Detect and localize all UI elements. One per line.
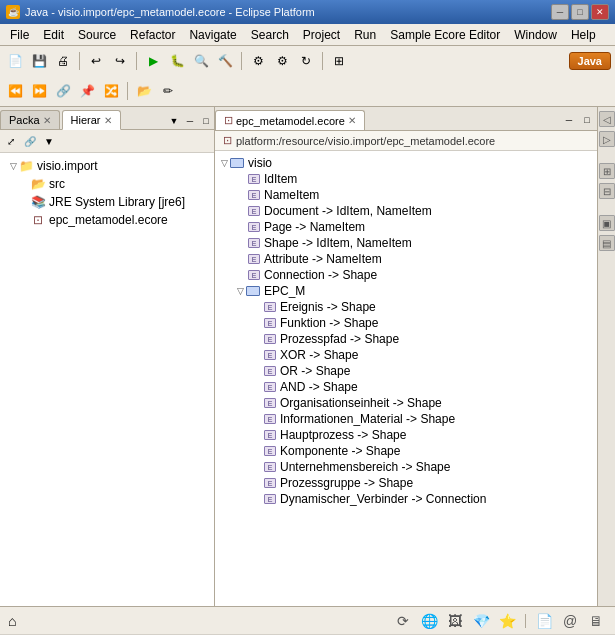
toolbar2-btn6[interactable]: 📂	[133, 80, 155, 102]
tree-item-src[interactable]: 📂 src	[0, 175, 214, 193]
ecore-label: Prozessgruppe -> Shape	[280, 476, 413, 490]
view-menu-button[interactable]: ▼	[40, 132, 58, 150]
tab-hierarchy[interactable]: Hierar ✕	[62, 110, 121, 130]
ecore-item-8[interactable]: ▽EPC_M	[215, 283, 597, 299]
debug-button[interactable]: 🐛	[166, 50, 188, 72]
ecore-item-1[interactable]: EIdItem	[215, 171, 597, 187]
ref2-button[interactable]: ⚙	[271, 50, 293, 72]
ecore-item-4[interactable]: EPage -> NameItem	[215, 219, 597, 235]
eclass-icon: E	[264, 366, 276, 376]
status-globe-icon[interactable]: 🌐	[418, 610, 440, 632]
ecore-item-6[interactable]: EAttribute -> NameItem	[215, 251, 597, 267]
link-button[interactable]: 🔗	[21, 132, 39, 150]
print-button[interactable]: 🖨	[52, 50, 74, 72]
status-refresh-icon[interactable]: ⟳	[392, 610, 414, 632]
side-icon-5[interactable]: ▣	[599, 215, 615, 231]
status-doc-icon[interactable]: 📄	[533, 610, 555, 632]
ecore-item-14[interactable]: EAND -> Shape	[215, 379, 597, 395]
status-screen-icon[interactable]: 🖥	[585, 610, 607, 632]
ecore-item-5[interactable]: EShape -> IdItem, NameItem	[215, 235, 597, 251]
panel-minimize-button[interactable]: ─	[182, 113, 198, 129]
eclass-icon: E	[248, 190, 260, 200]
ecore-item-7[interactable]: EConnection -> Shape	[215, 267, 597, 283]
ecore-item-20[interactable]: EProzessgruppe -> Shape	[215, 475, 597, 491]
ecore-item-9[interactable]: EEreignis -> Shape	[215, 299, 597, 315]
new-button[interactable]: 📄	[4, 50, 26, 72]
status-icon-home[interactable]: ⌂	[8, 613, 16, 629]
toolbar2-btn5[interactable]: 🔀	[100, 80, 122, 102]
panel-maximize-button[interactable]: □	[198, 113, 214, 129]
close-button[interactable]: ✕	[591, 4, 609, 20]
eclass-icon: E	[264, 430, 276, 440]
ecore-item-17[interactable]: EHauptprozess -> Shape	[215, 427, 597, 443]
separator-5	[127, 82, 128, 100]
side-icon-2[interactable]: ▷	[599, 131, 615, 147]
ref1-button[interactable]: ⚙	[247, 50, 269, 72]
menu-window[interactable]: Window	[508, 26, 563, 44]
menu-file[interactable]: File	[4, 26, 35, 44]
ecore-item-13[interactable]: EOR -> Shape	[215, 363, 597, 379]
menu-run[interactable]: Run	[348, 26, 382, 44]
side-icon-3[interactable]: ⊞	[599, 163, 615, 179]
ecore-item-11[interactable]: EProzesspfad -> Shape	[215, 331, 597, 347]
status-star-icon[interactable]: ⭐	[496, 610, 518, 632]
path-text: platform:/resource/visio.import/epc_meta…	[236, 135, 495, 147]
ecore-item-3[interactable]: EDocument -> IdItem, NameItem	[215, 203, 597, 219]
tab-package-explorer-close[interactable]: ✕	[43, 115, 51, 126]
maximize-button[interactable]: □	[571, 4, 589, 20]
side-icon-6[interactable]: ▤	[599, 235, 615, 251]
ecore-item-12[interactable]: EXOR -> Shape	[215, 347, 597, 363]
tree-item-visio-import[interactable]: ▽ 📁 visio.import	[0, 157, 214, 175]
toolbar2-btn2[interactable]: ⏩	[28, 80, 50, 102]
menu-help[interactable]: Help	[565, 26, 602, 44]
tab-hierarchy-close[interactable]: ✕	[104, 115, 112, 126]
toolbar2-btn4[interactable]: 📌	[76, 80, 98, 102]
panel-menu-button[interactable]: ▼	[166, 113, 182, 129]
side-icon-4[interactable]: ⊟	[599, 183, 615, 199]
minimize-button[interactable]: ─	[551, 4, 569, 20]
save-button[interactable]: 💾	[28, 50, 50, 72]
build-button[interactable]: 🔨	[214, 50, 236, 72]
editor-minimize-button[interactable]: ─	[561, 112, 577, 128]
ecore-item-18[interactable]: EKomponente -> Shape	[215, 443, 597, 459]
ecore-item-0[interactable]: ▽visio	[215, 155, 597, 171]
tab-package-explorer[interactable]: Packa ✕	[0, 110, 60, 129]
menu-refactor[interactable]: Refactor	[124, 26, 181, 44]
editor-tabs: ⊡ epc_metamodel.ecore ✕ ─ □	[215, 107, 597, 131]
menu-navigate[interactable]: Navigate	[183, 26, 242, 44]
side-icon-1[interactable]: ◁	[599, 111, 615, 127]
status-at-icon[interactable]: @	[559, 610, 581, 632]
ref3-button[interactable]: ↻	[295, 50, 317, 72]
editor-tab-close[interactable]: ✕	[348, 115, 356, 126]
title-bar-controls[interactable]: ─ □ ✕	[551, 4, 609, 20]
expand-icon: ▽	[221, 158, 228, 168]
menu-source[interactable]: Source	[72, 26, 122, 44]
tree-item-jre[interactable]: 📚 JRE System Library [jre6]	[0, 193, 214, 211]
ecore-item-2[interactable]: ENameItem	[215, 187, 597, 203]
search-button[interactable]: 🔍	[190, 50, 212, 72]
menu-sample-ecore[interactable]: Sample Ecore Editor	[384, 26, 506, 44]
collapse-all-button[interactable]: ⤢	[2, 132, 20, 150]
toolbar2-btn3[interactable]: 🔗	[52, 80, 74, 102]
undo-button[interactable]: ↩	[85, 50, 107, 72]
editor-maximize-button[interactable]: □	[579, 112, 595, 128]
menu-search[interactable]: Search	[245, 26, 295, 44]
status-gem-icon[interactable]: 💎	[470, 610, 492, 632]
ecore-item-16[interactable]: EInformationen_Material -> Shape	[215, 411, 597, 427]
ecore-item-19[interactable]: EUnternehmensbereich -> Shape	[215, 459, 597, 475]
ecore-item-10[interactable]: EFunktion -> Shape	[215, 315, 597, 331]
ecore-item-21[interactable]: EDynamischer_Verbinder -> Connection	[215, 491, 597, 507]
run-button[interactable]: ▶	[142, 50, 164, 72]
status-image-icon[interactable]: 🖼	[444, 610, 466, 632]
editor-tab-ecore[interactable]: ⊡ epc_metamodel.ecore ✕	[215, 110, 365, 130]
toolbar2-btn1[interactable]: ⏪	[4, 80, 26, 102]
menu-edit[interactable]: Edit	[37, 26, 70, 44]
menu-project[interactable]: Project	[297, 26, 346, 44]
tree-item-ecore[interactable]: ⊡ epc_metamodel.ecore	[0, 211, 214, 229]
ecore-item-15[interactable]: EOrganisationseinheit -> Shape	[215, 395, 597, 411]
eclass-icon: E	[264, 334, 276, 344]
ecore-label: NameItem	[264, 188, 319, 202]
perspective-button[interactable]: ⊞	[328, 50, 350, 72]
toolbar2-btn7[interactable]: ✏	[157, 80, 179, 102]
redo-button[interactable]: ↪	[109, 50, 131, 72]
